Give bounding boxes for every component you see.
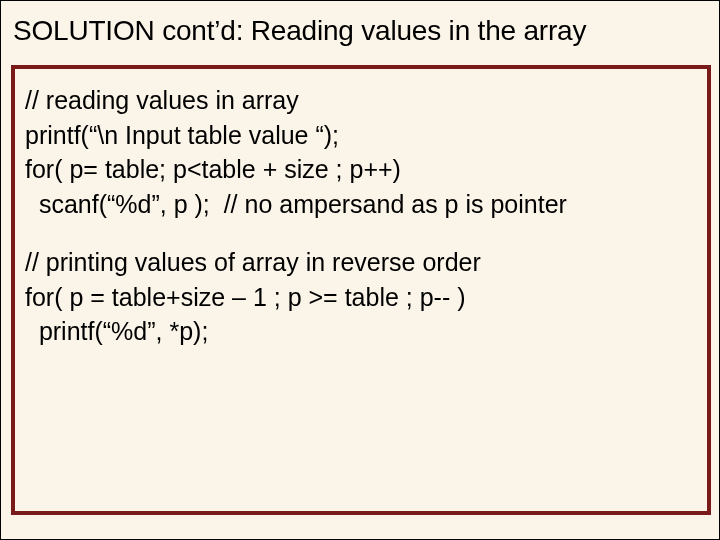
title-contd: cont’d: <box>162 15 243 46</box>
code-comment-print: // printing values of array in reverse o… <box>25 245 697 280</box>
slide-title: SOLUTION cont’d: Reading values in the a… <box>1 11 720 57</box>
code-for-read: for( p= table; p<table + size ; p++) <box>25 152 697 187</box>
title-text-1: SOLUTION <box>13 15 162 46</box>
spacer <box>25 221 697 245</box>
code-for-print: for( p = table+size – 1 ; p >= table ; p… <box>25 280 697 315</box>
code-box: // reading values in array printf(“\n In… <box>11 65 711 515</box>
title-text-2: Reading values in the array <box>243 15 586 46</box>
code-comment-read: // reading values in array <box>25 83 697 118</box>
code-printf-prompt: printf(“\n Input table value “); <box>25 118 697 153</box>
code-scanf: scanf(“%d”, p ); // no ampersand as p is… <box>25 187 697 222</box>
slide: SOLUTION cont’d: Reading values in the a… <box>1 1 720 540</box>
code-printf-value: printf(“%d”, *p); <box>25 314 697 349</box>
